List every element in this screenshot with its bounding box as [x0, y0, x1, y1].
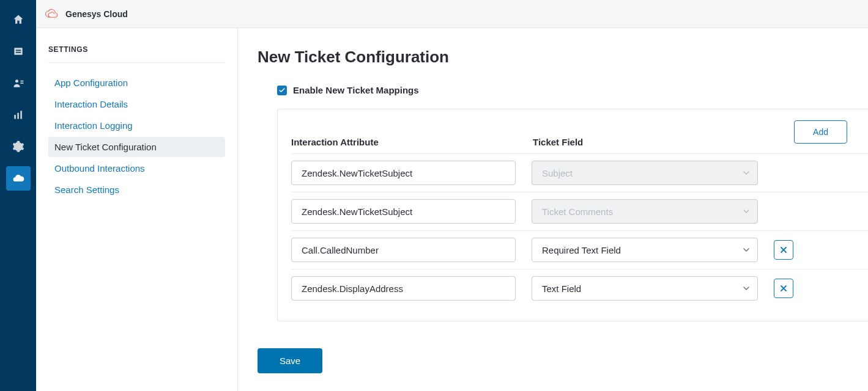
ticket-field-select[interactable]: Text Field	[532, 276, 758, 301]
body: SETTINGS App Configuration Interaction D…	[36, 28, 868, 391]
mappings-header: Interaction Attribute Ticket Field Add	[291, 123, 868, 147]
brand-name: Genesys Cloud	[65, 9, 128, 19]
check-icon	[278, 87, 286, 94]
app-container: Genesys Cloud SETTINGS App Configuration…	[36, 0, 868, 391]
remove-button[interactable]	[774, 240, 793, 260]
attribute-input[interactable]	[291, 161, 516, 185]
add-button[interactable]: Add	[794, 120, 847, 144]
enable-row: Enable New Ticket Mappings	[277, 85, 868, 95]
enable-checkbox[interactable]	[277, 86, 287, 95]
svg-rect-8	[20, 111, 22, 119]
sidebar-item-search-settings[interactable]: Search Settings	[48, 180, 225, 200]
svg-rect-6	[14, 115, 16, 119]
settings-title: SETTINGS	[48, 45, 225, 63]
sidebar-link[interactable]: App Configuration	[54, 78, 128, 88]
settings-sidebar: SETTINGS App Configuration Interaction D…	[36, 28, 238, 391]
select-value: Text Field	[542, 283, 581, 294]
attribute-input[interactable]	[291, 238, 516, 262]
topbar: Genesys Cloud	[36, 0, 868, 28]
mapping-row: Ticket Comments	[291, 192, 868, 230]
select-value: Required Text Field	[542, 245, 621, 255]
chevron-down-icon	[743, 208, 750, 215]
svg-point-3	[15, 79, 18, 82]
cloud-icon	[12, 172, 24, 185]
mapping-row: Text Field	[291, 269, 868, 307]
rail-home[interactable]	[6, 7, 31, 32]
sidebar-item-interaction-details[interactable]: Interaction Details	[48, 94, 225, 114]
tickets-icon	[12, 45, 24, 57]
col-interaction-attribute: Interaction Attribute	[291, 137, 533, 147]
home-icon	[12, 13, 24, 26]
svg-rect-1	[15, 50, 20, 51]
select-value: Ticket Comments	[542, 206, 613, 217]
rail-users[interactable]	[6, 71, 31, 95]
settings-nav: App Configuration Interaction Details In…	[48, 73, 225, 200]
attribute-input[interactable]	[291, 199, 516, 224]
brand: Genesys Cloud	[45, 9, 128, 20]
chevron-down-icon	[743, 169, 750, 177]
rail-cloud[interactable]	[6, 166, 31, 191]
users-icon	[12, 77, 24, 89]
select-value: Subject	[542, 168, 573, 178]
analytics-icon	[12, 109, 24, 121]
chevron-down-icon	[743, 246, 750, 254]
close-icon	[780, 285, 787, 292]
remove-button[interactable]	[774, 279, 793, 298]
brand-logo-icon	[45, 9, 59, 20]
sidebar-link[interactable]: Interaction Details	[54, 99, 128, 109]
ticket-field-select: Ticket Comments	[532, 199, 758, 224]
close-icon	[780, 246, 787, 254]
sidebar-item-interaction-logging[interactable]: Interaction Logging	[48, 115, 225, 136]
mapping-row: Required Text Field	[291, 230, 868, 269]
main-content: New Ticket Configuration Enable New Tick…	[238, 28, 868, 391]
sidebar-link[interactable]: Outbound Interactions	[54, 163, 145, 174]
ticket-field-select: Subject	[532, 161, 758, 185]
svg-rect-5	[20, 82, 23, 84]
mapping-row: Subject	[291, 153, 868, 192]
sidebar-link[interactable]: Interaction Logging	[54, 120, 133, 131]
attribute-input[interactable]	[291, 276, 516, 301]
sidebar-item-outbound-interactions[interactable]: Outbound Interactions	[48, 158, 225, 178]
svg-rect-4	[20, 81, 23, 82]
svg-rect-7	[17, 113, 19, 119]
mappings-panel: Interaction Attribute Ticket Field Add S…	[277, 109, 868, 321]
sidebar-link[interactable]: Search Settings	[54, 185, 119, 195]
left-icon-rail	[0, 0, 36, 391]
save-button[interactable]: Save	[258, 348, 322, 373]
svg-rect-0	[14, 48, 22, 55]
rail-settings[interactable]	[6, 134, 31, 159]
gear-icon	[12, 141, 24, 153]
sidebar-link[interactable]: New Ticket Configuration	[54, 142, 157, 152]
rail-analytics[interactable]	[6, 103, 31, 127]
sidebar-item-new-ticket-configuration[interactable]: New Ticket Configuration	[48, 137, 225, 157]
col-ticket-field: Ticket Field	[533, 137, 759, 147]
ticket-field-select[interactable]: Required Text Field	[532, 238, 758, 262]
rail-tickets[interactable]	[6, 39, 31, 64]
svg-rect-2	[15, 52, 20, 53]
enable-label: Enable New Ticket Mappings	[293, 85, 419, 95]
chevron-down-icon	[743, 285, 750, 292]
page-title: New Ticket Configuration	[258, 48, 868, 67]
sidebar-item-app-configuration[interactable]: App Configuration	[48, 73, 225, 93]
